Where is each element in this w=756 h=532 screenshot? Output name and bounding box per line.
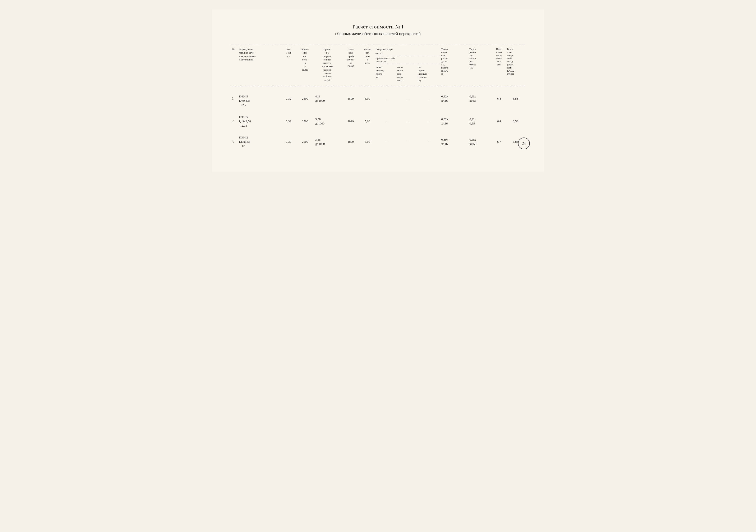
row-popravka-3: – – – [375,133,441,150]
header-num: № [231,46,238,84]
row-itogo-2: 6,4 [492,113,506,130]
row-prolet-3: 3,58до I000 [313,133,341,150]
row-tara-3: 0,I5xx0,55 [469,133,492,150]
row-marka-1: П42-I5I,49x4,I8 I2,7 [238,88,280,109]
row-popravka-1: – – – [375,88,441,109]
row-num-3: 3 [231,133,238,150]
row-num-2: 2 [231,113,238,130]
header-optovaya: Опто-ваяценавруб. [360,46,375,84]
page-badge: 2x [518,138,530,149]
table-row: 3 П36-I2I,I9x3,58 I2 0,39 2500 3,58до I0… [231,133,525,150]
row-vsego-2: 6,5З [506,113,525,130]
header-tara: Тара ирекви-зиттехн.ч.п.80,66 за1м3 [469,46,492,84]
header-trans: Транс-порт-ныерасхо-ды наI м2панели№ 1.4… [440,46,469,84]
header-obem: Объем-ныйвесбето-навкг/м3 [297,46,313,84]
table-header: № Марка, изде-лия, вид сече-ния, приведе… [231,46,525,84]
header-ves: ВесI м2в т. [281,46,297,84]
row-poziciya-2: I899 [341,113,360,130]
table-row: 1 П42-I5I,49x4,I8 I2,7 0,32 2500 4,I8до … [231,88,525,109]
row-trans-3: 0,39xx4,I6 [440,133,469,150]
table-row: 2 П36-I5I,49x3,58 I2,75 0,32 2500 3,58до… [231,113,525,130]
row-poziciya-3: I899 [341,133,360,150]
row-tara-2: 0,I3x0,55 [469,113,492,130]
page-title: Расчет стоимости № I [231,24,525,30]
header-marka: Марка, изде-лия, вид сече-ния, приведен-… [238,46,280,84]
row-ves-1: 0,32 [281,88,297,109]
row-optovaya-2: 5,00 [360,113,375,130]
row-obem-1: 2500 [297,88,313,109]
row-trans-2: 0,32xx4,I6 [440,113,469,130]
row-num-1: 1 [231,88,238,109]
row-marka-3: П36-I2I,I9x3,58 I2 [238,133,280,150]
page-subtitle: сборных железобетонных панелей перекрыти… [231,31,525,36]
header-itogo: Итогостои-мостьпане-ди вруб. [492,46,506,84]
header-popravka: Поправка в руб. на I м2 Примечание к таб… [375,46,441,84]
row-optovaya-1: 5,00 [360,88,375,109]
main-table: № Марка, изде-лия, вид сече-ния, приведе… [231,42,525,157]
header-prolet: Пролетв мнорма-тивнаянагруз-ка, вклю-чая… [313,46,341,84]
row-poziciya-1: I899 [341,88,360,109]
row-ves-2: 0,32 [281,113,297,130]
row-vsego-1: 6,5З [506,88,525,109]
row-popravka-2: – – – [375,113,441,130]
row-ves-3: 0,39 [281,133,297,150]
row-itogo-3: 6,7 [492,133,506,150]
row-obem-2: 2500 [297,113,313,130]
row-optovaya-3: 5,00 [360,133,375,150]
row-marka-2: П36-I5I,49x3,58 I2,75 [238,113,280,130]
row-obem-3: 2500 [297,133,313,150]
row-prolet-1: 4,I8до I000 [313,88,341,109]
row-prolet-2: 3,58до1000 [313,113,341,130]
header-poziciya: Пози-ция,прей-скурен-та06-08 [341,46,360,84]
row-itogo-1: 6,4 [492,88,506,109]
row-tara-1: 0,I3xx0,55 [469,88,492,109]
header-vsego: Всегос за-товар-скойсклад.расхо-дамиK=1,… [506,46,525,84]
row-trans-1: 0,32xx4,I6 [440,88,469,109]
